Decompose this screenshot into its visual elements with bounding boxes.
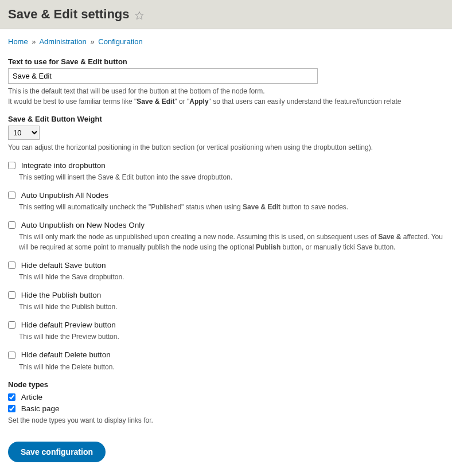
content-region: Home » Administration » Configuration Te… bbox=[0, 29, 452, 470]
button-text-input[interactable] bbox=[8, 68, 318, 84]
node-type-basic-page-label: Basic page bbox=[21, 404, 60, 413]
hide-preview-desc: This will hide the Preview button. bbox=[19, 331, 444, 342]
node-types-label: Node types bbox=[8, 380, 444, 389]
button-text-label: Text to use for Save & Edit button bbox=[8, 57, 444, 66]
node-type-article-label: Article bbox=[21, 393, 43, 401]
page-header: Save & Edit settings bbox=[0, 0, 452, 29]
desc-text: button, or manually ticki Save button. bbox=[280, 243, 395, 251]
hide-save-wrapper: Hide default Save button This will hide … bbox=[8, 260, 444, 282]
hide-delete-desc: This will hide the Delete button. bbox=[19, 362, 444, 372]
hide-delete-checkbox[interactable] bbox=[8, 352, 15, 359]
node-type-basic-page-wrapper: Basic page bbox=[8, 404, 444, 413]
hide-preview-label: Hide default Preview button bbox=[21, 321, 116, 329]
svg-marker-0 bbox=[135, 11, 143, 19]
button-text-description: This is the default text that will be us… bbox=[8, 86, 444, 107]
node-type-article-wrapper: Article bbox=[8, 392, 444, 401]
breadcrumb-configuration[interactable]: Configuration bbox=[98, 37, 142, 46]
auto-unpublish-all-desc: This setting will automatically uncheck … bbox=[19, 202, 444, 212]
save-configuration-button[interactable]: Save configuration bbox=[8, 442, 106, 462]
desc-text: This will only mark the node as unpublis… bbox=[19, 233, 378, 241]
desc-bold: Save & bbox=[378, 233, 401, 241]
desc-text: " so that users can easily understand th… bbox=[209, 97, 402, 106]
node-type-basic-page-checkbox[interactable] bbox=[8, 405, 15, 412]
star-icon[interactable] bbox=[135, 11, 144, 22]
breadcrumb-home[interactable]: Home bbox=[8, 37, 28, 46]
node-type-article-checkbox[interactable] bbox=[8, 393, 15, 401]
integrate-dropbutton-checkbox[interactable] bbox=[8, 162, 15, 169]
weight-select[interactable]: 10 bbox=[8, 126, 40, 140]
hide-save-desc: This will hide the Save dropbutton. bbox=[19, 272, 444, 282]
desc-text: " or " bbox=[174, 97, 189, 106]
hide-save-label: Hide default Save button bbox=[21, 261, 106, 270]
hide-publish-label: Hide the Publish button bbox=[21, 291, 102, 299]
auto-unpublish-new-wrapper: Auto Unpublish on New Nodes Only This wi… bbox=[8, 220, 444, 252]
hide-publish-checkbox[interactable] bbox=[8, 291, 15, 299]
integrate-dropbutton-label: Integrate into dropbutton bbox=[21, 161, 106, 170]
hide-delete-label: Hide default Delete button bbox=[21, 351, 111, 360]
desc-bold: Apply bbox=[189, 97, 208, 106]
hide-publish-wrapper: Hide the Publish button This will hide t… bbox=[8, 290, 444, 312]
weight-description: You can adjust the horizontal positionin… bbox=[8, 142, 444, 153]
desc-text: button to save nodes. bbox=[280, 203, 348, 211]
desc-text: This setting will automatically uncheck … bbox=[19, 203, 243, 211]
auto-unpublish-all-checkbox[interactable] bbox=[8, 192, 15, 199]
hide-preview-checkbox[interactable] bbox=[8, 321, 15, 329]
weight-label: Save & Edit Button Weight bbox=[8, 115, 444, 123]
desc-text: It would be best to use familiar terms l… bbox=[8, 97, 137, 106]
hide-delete-wrapper: Hide default Delete button This will hid… bbox=[8, 350, 444, 372]
node-types-wrapper: Node types Article Basic page Set the no… bbox=[8, 380, 444, 426]
breadcrumb: Home » Administration » Configuration bbox=[8, 37, 444, 46]
integrate-dropbutton-desc: This setting will insert the Save & Edit… bbox=[19, 172, 444, 182]
page-title: Save & Edit settings bbox=[8, 7, 130, 22]
hide-save-checkbox[interactable] bbox=[8, 262, 15, 269]
desc-bold: Save & Edit bbox=[243, 203, 280, 211]
desc-text: This is the default text that will be us… bbox=[8, 87, 265, 95]
breadcrumb-administration[interactable]: Administration bbox=[39, 37, 86, 46]
desc-bold: Publish bbox=[256, 243, 280, 251]
auto-unpublish-new-checkbox[interactable] bbox=[8, 221, 15, 229]
auto-unpublish-new-label: Auto Unpublish on New Nodes Only bbox=[21, 221, 145, 229]
desc-bold: Save & Edit bbox=[137, 97, 174, 106]
hide-publish-desc: This will hide the Publish button. bbox=[19, 302, 444, 312]
breadcrumb-sep: » bbox=[32, 37, 36, 46]
auto-unpublish-all-label: Auto Unpublish All Nodes bbox=[21, 191, 108, 200]
auto-unpublish-new-desc: This will only mark the node as unpublis… bbox=[19, 232, 444, 252]
integrate-dropbutton-wrapper: Integrate into dropbutton This setting w… bbox=[8, 161, 444, 182]
node-types-desc: Set the node types you want to display l… bbox=[8, 415, 444, 426]
auto-unpublish-all-wrapper: Auto Unpublish All Nodes This setting wi… bbox=[8, 190, 444, 212]
weight-field-wrapper: Save & Edit Button Weight 10 You can adj… bbox=[8, 115, 444, 153]
breadcrumb-sep: » bbox=[90, 37, 94, 46]
button-text-field-wrapper: Text to use for Save & Edit button This … bbox=[8, 57, 444, 107]
hide-preview-wrapper: Hide default Preview button This will hi… bbox=[8, 320, 444, 342]
